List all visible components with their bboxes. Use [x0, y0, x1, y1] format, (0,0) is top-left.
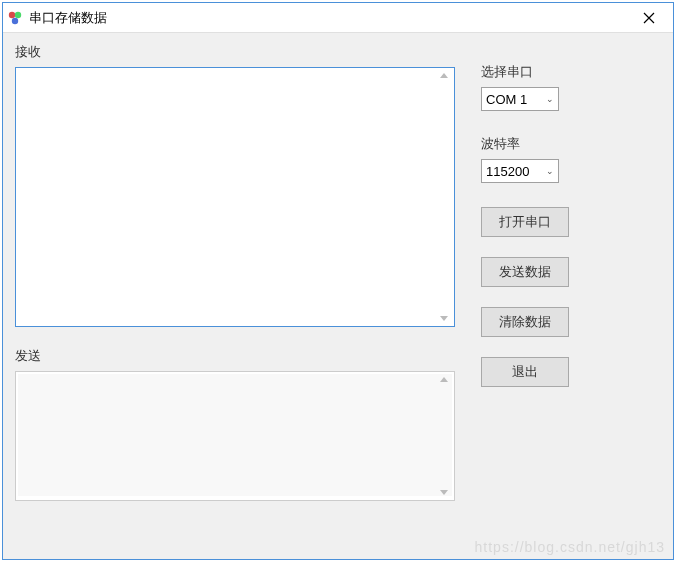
open-port-button[interactable]: 打开串口	[481, 207, 569, 237]
svg-point-0	[9, 11, 15, 17]
titlebar: 串口存储数据	[3, 3, 673, 33]
svg-point-2	[12, 17, 18, 23]
clear-data-button[interactable]: 清除数据	[481, 307, 569, 337]
serial-port-window: 串口存储数据 接收 发送 选择串口 COM 1 ⌄	[2, 2, 674, 560]
receive-textarea[interactable]	[18, 70, 452, 320]
send-label: 发送	[15, 347, 455, 365]
chevron-down-icon: ⌄	[546, 166, 554, 176]
baud-select[interactable]: 115200 ⌄	[481, 159, 559, 183]
receive-label: 接收	[15, 43, 455, 61]
baud-label: 波特率	[481, 135, 656, 153]
port-label: 选择串口	[481, 63, 656, 81]
watermark-text: https://blog.csdn.net/gjh13	[475, 539, 665, 555]
left-column: 接收 发送	[15, 43, 455, 521]
baud-selected-value: 115200	[486, 164, 529, 179]
port-select[interactable]: COM 1 ⌄	[481, 87, 559, 111]
client-area: 接收 发送 选择串口 COM 1 ⌄ 波特率	[3, 33, 673, 559]
close-button[interactable]	[629, 3, 669, 33]
send-textarea[interactable]	[18, 374, 452, 496]
exit-button[interactable]: 退出	[481, 357, 569, 387]
chevron-down-icon: ⌄	[546, 94, 554, 104]
receive-box	[15, 67, 455, 327]
app-icon	[7, 10, 23, 26]
baud-group: 波特率 115200 ⌄	[481, 135, 656, 183]
port-group: 选择串口 COM 1 ⌄	[481, 63, 656, 111]
send-box	[15, 371, 455, 501]
right-column: 选择串口 COM 1 ⌄ 波特率 115200 ⌄ 打开串口 发送数据 清除数据…	[481, 63, 656, 407]
window-title: 串口存储数据	[29, 9, 629, 27]
svg-point-1	[15, 11, 21, 17]
port-selected-value: COM 1	[486, 92, 527, 107]
send-data-button[interactable]: 发送数据	[481, 257, 569, 287]
